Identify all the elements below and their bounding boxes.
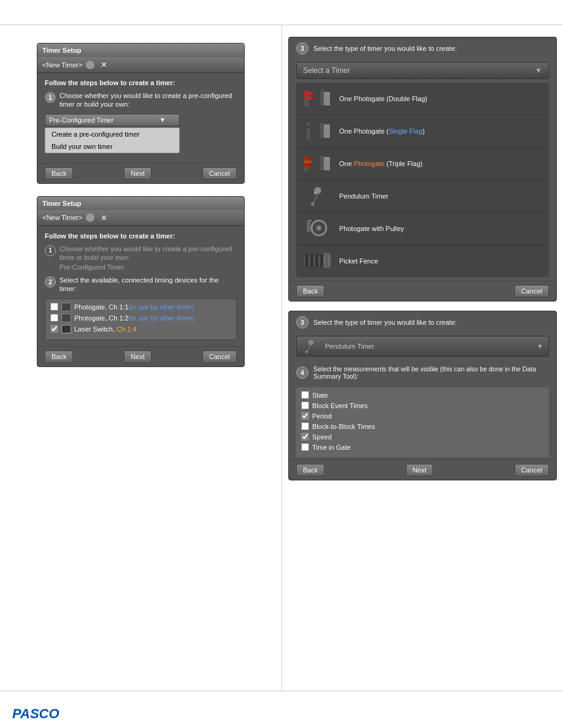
panel1-cancel-button[interactable]: Cancel [202,167,237,180]
step3-label: Select the type of timer you would like … [313,45,457,52]
svg-rect-34 [303,268,332,270]
device-list: Photogate, Ch 1:1(in use by other timer)… [45,298,237,340]
close-icon-2: ✕ [101,213,107,222]
double-flag-label: One Photogate (Double Flag) [339,95,427,102]
left-column: Timer Setup <New Timer> ✕ Follow the ste… [0,25,282,691]
pendulum-selected-icon [302,339,320,354]
measurement-block-event: Block Event Times [301,401,544,409]
svg-rect-13 [304,161,312,163]
panel2-body: Follow the steps below to create a timer… [37,226,244,346]
block-to-block-checkbox[interactable] [301,422,309,430]
timer-item-triple-flag[interactable]: One Photogate (Triple Flag) [296,148,549,180]
state-label: State [312,392,328,399]
svg-rect-7 [307,126,314,129]
svg-rect-15 [320,156,324,172]
time-in-gate-label: Time in Gate [312,444,351,451]
select-timer-dropdown[interactable]: Select a Timer ▼ [296,62,549,79]
panel2-header: <New Timer> ✕ [37,210,244,226]
triple-flag-label: One Photogate (Triple Flag) [339,160,423,167]
right-panel1-header: 3 Select the type of timer you would lik… [289,37,556,59]
panel2-step1-row: 1 Choose whether you would like to creat… [45,245,237,271]
single-flag-icon [302,120,333,142]
svg-rect-2 [304,97,313,100]
right-panel2-cancel-button[interactable]: Cancel [515,464,549,476]
panel2-step1-text: Choose whether you would like to create … [59,245,237,262]
right-column: 3 Select the type of timer you would lik… [282,25,563,691]
right-panel-2: 3 Select the type of timer you would lik… [288,311,557,480]
svg-rect-6 [307,123,310,139]
period-label: Period [312,412,332,420]
dropdown-item-1[interactable]: Create a pre-configured timer [45,128,179,140]
device-checkbox-2[interactable] [50,314,58,322]
svg-rect-28 [305,254,308,267]
period-checkbox[interactable] [301,412,309,420]
dropdown-item-2[interactable]: Build your own timer [45,140,179,153]
step3-circle-2: 3 [296,316,308,328]
svg-rect-5 [316,105,331,107]
panel1-body: Follow the steps below to create a timer… [37,73,244,163]
block-event-checkbox[interactable] [301,401,309,409]
svg-point-21 [314,192,316,194]
svg-rect-30 [315,254,318,267]
right-panel2-step4-header: 4 Select the measurements that will be v… [289,360,556,385]
right-panel1-cancel-button[interactable]: Cancel [515,285,549,297]
device-checkbox-3[interactable] [50,325,58,333]
double-flag-icon [302,88,333,110]
pasco-logo: PASCO [12,706,59,722]
pendulum-selected-dropdown[interactable]: Pendulum Timer ▼ [296,336,549,357]
svg-point-20 [311,202,315,206]
device-item-2: Photogate, Ch 1:2(in use by other timer) [50,314,231,322]
laser-icon-1 [61,325,71,333]
right-panel1-back-button[interactable]: Back [296,285,324,297]
panel1-back-button[interactable]: Back [45,167,73,180]
time-in-gate-checkbox[interactable] [301,443,309,451]
svg-rect-8 [320,123,324,139]
timer-item-single-flag[interactable]: One Photogate (Single Flag) [296,115,549,148]
measurement-time-in-gate: Time in Gate [301,443,544,451]
panel1-dropdown-row: Pre-Configured Timer ▼ Create a pre-conf… [45,114,237,153]
device-checkbox-1[interactable] [50,303,58,311]
select-timer-arrow-icon: ▼ [535,66,542,75]
step1-circle: 1 [45,92,56,103]
svg-rect-9 [324,124,330,138]
pendulum-dropdown-arrow-icon: ▼ [537,343,543,350]
svg-rect-14 [304,164,312,167]
block-event-label: Block Event Times [312,402,367,409]
measurement-list: State Block Event Times Period Block-to-… [296,387,549,457]
panel2-next-button[interactable]: Next [124,351,151,363]
picket-fence-icon [302,250,333,272]
pulley-icon [302,218,333,240]
pre-configured-dropdown[interactable]: Pre-Configured Timer ▼ [45,114,180,126]
step1-text: Choose whether you would like to create … [59,91,237,109]
svg-point-24 [318,227,320,229]
pulley-label: Photogate with Pulley [339,225,404,232]
right-panel2-back-button[interactable]: Back [296,464,324,476]
select-timer-placeholder: Select a Timer [303,66,350,75]
panel2-back-button[interactable]: Back [45,351,73,363]
right-panel2-next-button[interactable]: Next [406,464,434,476]
pendulum-selected-label: Pendulum Timer [325,343,374,350]
state-checkbox[interactable] [301,391,309,399]
svg-rect-10 [316,138,331,140]
panel1-next-button[interactable]: Next [124,167,151,180]
measurement-period: Period [301,412,544,420]
single-flag-label: One Photogate (Single Flag) [339,127,424,135]
panel2-title: Timer Setup [37,197,244,210]
panel1-title: Timer Setup [37,44,244,57]
svg-rect-3 [320,91,324,107]
timer-item-picket-fence[interactable]: Picket Fence [296,245,549,277]
svg-rect-29 [310,254,313,267]
timer-item-double-flag[interactable]: One Photogate (Double Flag) [296,83,549,115]
measurement-speed: Speed [301,433,544,441]
measurement-block-to-block: Block-to-Block Times [301,422,544,430]
step2-text: Select the available, connected timing d… [59,276,237,294]
timer-item-pulley[interactable]: Photogate with Pulley [296,213,549,245]
panel2-cancel-button[interactable]: Cancel [202,351,237,363]
svg-rect-1 [304,92,313,95]
speed-label: Speed [312,433,332,441]
timer-item-pendulum[interactable]: Pendulum Timer [296,180,549,213]
speed-checkbox[interactable] [301,433,309,441]
measurement-state: State [301,391,544,399]
svg-point-35 [308,339,314,346]
block-to-block-label: Block-to-Block Times [312,423,375,430]
